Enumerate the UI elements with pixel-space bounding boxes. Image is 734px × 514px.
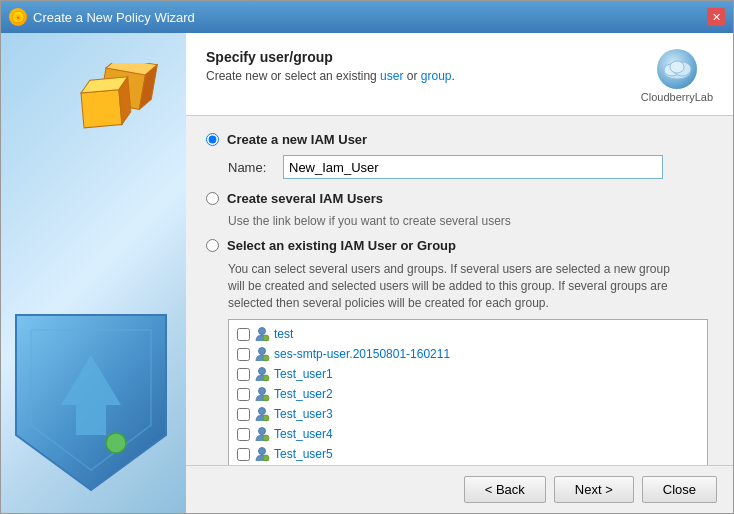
option2-radio-group[interactable]: Create several IAM Users [206,191,713,206]
user-name: Test_user1 [274,367,333,381]
logo-label: CloudberryLab [641,91,713,103]
option3-description: You can select several users and groups.… [228,261,688,311]
user-icon [254,326,270,342]
user-icon [254,446,270,462]
list-item: Test_user3 [233,404,703,424]
user-checkbox-5[interactable] [237,428,250,441]
desc-part3: . [451,69,454,83]
section-title: Specify user/group [206,49,455,65]
svg-point-12 [670,61,684,73]
next-button[interactable]: Next > [554,476,634,503]
svg-point-25 [259,448,266,455]
option3-radio-group[interactable]: Select an existing IAM User or Group [206,238,713,253]
option2-radio[interactable] [206,192,219,205]
name-field-label: Name: [228,160,273,175]
user-list-container: You can select several users and groups.… [228,261,713,465]
svg-point-22 [263,415,269,421]
svg-point-15 [259,348,266,355]
user-checkbox-3[interactable] [237,388,250,401]
option1-radio-group[interactable]: Create a new IAM User [206,132,713,147]
shield-art [11,295,171,498]
user-checkbox-4[interactable] [237,408,250,421]
svg-point-8 [106,433,126,453]
list-item: Test_user4 [233,424,703,444]
svg-point-19 [259,388,266,395]
option3-label[interactable]: Select an existing IAM User or Group [227,238,456,253]
svg-point-16 [263,355,269,361]
footer: < Back Next > Close [186,465,733,513]
user-icon [254,346,270,362]
user-checkbox-2[interactable] [237,368,250,381]
name-row: Name: [228,155,713,179]
svg-marker-5 [81,90,122,128]
svg-point-17 [259,368,266,375]
option3-radio[interactable] [206,239,219,252]
option2-hint: Use the link below if you want to create… [228,214,713,228]
user-link[interactable]: user [380,69,403,83]
user-name: Test_user5 [274,447,333,461]
svg-point-24 [263,435,269,441]
app-icon: ☀ [9,8,27,26]
title-bar-left: ☀ Create a New Policy Wizard [9,8,195,26]
user-icon [254,366,270,382]
list-item: Test_user1 [233,364,703,384]
iam-user-name-input[interactable] [283,155,663,179]
user-icon [254,406,270,422]
user-checkbox-0[interactable] [237,328,250,341]
user-name: test [274,327,293,341]
header-description: Create new or select an existing user or… [206,69,455,83]
boxes-art [71,63,171,166]
user-name: Test_user4 [274,427,333,441]
list-item: ses-smtp-user.20150801-160211 [233,344,703,364]
svg-point-20 [263,395,269,401]
user-checkbox-1[interactable] [237,348,250,361]
user-name: ses-smtp-user.20150801-160211 [274,347,450,361]
user-name: Test_user2 [274,387,333,401]
svg-point-26 [263,455,269,461]
desc-part1: Create new or select an existing [206,69,380,83]
window-close-button[interactable]: ✕ [707,8,725,26]
option1-radio[interactable] [206,133,219,146]
header-text: Specify user/group Create new or select … [206,49,455,83]
header-section: Specify user/group Create new or select … [186,33,733,116]
user-list-box: test ses-smtp-user.20150801-160211 Test_… [228,319,708,465]
close-button[interactable]: Close [642,476,717,503]
option1-label[interactable]: Create a new IAM User [227,132,367,147]
group-link[interactable]: group [421,69,452,83]
window-title: Create a New Policy Wizard [33,10,195,25]
cloudberry-logo: CloudberryLab [641,49,713,103]
svg-point-23 [259,428,266,435]
wizard-window: ☀ Create a New Policy Wizard ✕ [0,0,734,514]
main-content: Create a new IAM User Name: Create sever… [186,116,733,465]
content-area: Specify user/group Create new or select … [1,33,733,513]
user-checkbox-6[interactable] [237,448,250,461]
list-item: test [233,324,703,344]
svg-point-21 [259,408,266,415]
user-name: Test_user3 [274,407,333,421]
svg-text:☀: ☀ [14,13,22,23]
desc-part2: or [403,69,420,83]
cloudberry-logo-icon [657,49,697,89]
user-icon [254,386,270,402]
title-bar: ☀ Create a New Policy Wizard ✕ [1,1,733,33]
user-icon [254,426,270,442]
svg-point-13 [259,328,266,335]
svg-point-18 [263,375,269,381]
list-item: Test_user5 [233,444,703,464]
right-panel: Specify user/group Create new or select … [186,33,733,513]
list-item: Test_user2 [233,384,703,404]
back-button[interactable]: < Back [464,476,546,503]
option2-label[interactable]: Create several IAM Users [227,191,383,206]
left-decorative-panel [1,33,186,513]
svg-point-14 [263,335,269,341]
